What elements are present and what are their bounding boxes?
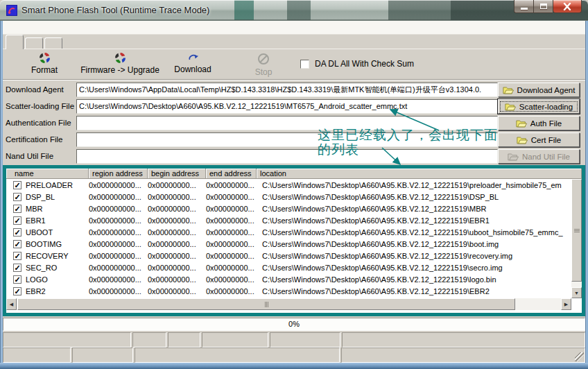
location-path: C:\Users\Windows7\Desktop\A660\A95.KB.V2…: [257, 205, 571, 213]
region-address: 0x000000000...: [89, 240, 148, 248]
vertical-scrollbar[interactable]: ▼: [571, 179, 582, 298]
title-bar[interactable]: Smart Phone Flash Tool (Runtime Trace Mo…: [0, 0, 588, 21]
table-row[interactable]: ✓ RECOVERY 0x000000000... 0x00000000... …: [6, 250, 571, 261]
close-icon: [563, 3, 571, 10]
region-address: 0x000000000...: [89, 181, 148, 189]
menu-item[interactable]: [8, 26, 22, 29]
folder-icon: [517, 136, 528, 144]
row-checkbox[interactable]: ✓: [13, 181, 21, 189]
partition-name: PRELOADER: [26, 181, 73, 189]
menu-bar: [3, 21, 585, 35]
firmware-upgrade-label: Firmware -> Upgrade: [80, 65, 159, 75]
column-header-region[interactable]: region address: [89, 169, 148, 178]
field-path-input[interactable]: C:\Users\Windows7\AppData\Local\Temp\HZ$…: [76, 83, 498, 97]
table-row[interactable]: ✓ SEC_RO 0x000000000... 0x00000000... 0x…: [6, 261, 571, 273]
browse-button[interactable]: Scatter-loading: [498, 99, 580, 114]
location-path: C:\Users\Windows7\Desktop\A660\A95.KB.V2…: [257, 228, 571, 237]
browse-button-label: Download Agent: [517, 86, 576, 94]
region-address: 0x000000000...: [89, 193, 148, 201]
table-row[interactable]: ✓ PRELOADER 0x000000000... 0x00000000...…: [6, 179, 571, 191]
menu-item[interactable]: [64, 26, 78, 29]
annotation-text: 这里已经载入了，会出现下面的列表: [318, 128, 499, 157]
format-button[interactable]: Format: [17, 53, 72, 75]
row-checkbox[interactable]: ✓: [13, 205, 21, 213]
browse-button[interactable]: Nand Util File: [498, 149, 580, 164]
minimize-button[interactable]: [514, 0, 533, 13]
table-header: name region address begin address end ad…: [6, 169, 582, 179]
row-checkbox[interactable]: ✓: [13, 240, 21, 248]
table-row[interactable]: ✓ MBR 0x000000000... 0x00000000... 0x000…: [6, 203, 571, 214]
browse-button[interactable]: Download Agent: [498, 83, 580, 97]
tab-page-edge: [3, 49, 585, 49]
browse-button-label: Nand Util File: [522, 153, 570, 161]
da-dl-checksum-checkbox[interactable]: [300, 60, 309, 69]
table-row[interactable]: ✓ LOGO 0x000000000... 0x00000000... 0x00…: [6, 273, 571, 285]
begin-address: 0x00000000...: [148, 240, 206, 248]
row-checkbox[interactable]: ✓: [13, 216, 21, 225]
folder-icon: [516, 119, 527, 128]
begin-address: 0x00000000...: [148, 205, 206, 213]
region-address: 0x000000000...: [89, 264, 148, 272]
horizontal-scrollbar-thumb[interactable]: [17, 298, 515, 310]
location-path: C:\Users\Windows7\Desktop\A660\A95.KB.V2…: [257, 216, 571, 225]
menu-item[interactable]: [22, 26, 36, 29]
row-checkbox[interactable]: ✓: [13, 275, 21, 284]
format-label: Format: [31, 65, 58, 75]
table-body: ✓ PRELOADER 0x000000000... 0x00000000...…: [6, 179, 571, 298]
partition-name: DSP_BL: [26, 193, 55, 201]
table-row[interactable]: ✓ DSP_BL 0x000000000... 0x00000000... 0x…: [6, 191, 571, 203]
scrollbar-grip-icon: [574, 230, 580, 231]
table-row[interactable]: ✓ EBR2 0x000000000... 0x00000000... 0x00…: [6, 285, 571, 297]
region-address: 0x000000000...: [89, 287, 148, 295]
field-label: Scatter-loading File: [6, 102, 76, 110]
status-bar: [3, 332, 585, 347]
table-row[interactable]: ✓ BOOTIMG 0x000000000... 0x00000000... 0…: [6, 238, 571, 250]
table-row[interactable]: ✓ EBR1 0x000000000... 0x00000000... 0x00…: [6, 214, 571, 226]
resize-grip-icon[interactable]: [575, 352, 584, 361]
row-checkbox[interactable]: ✓: [13, 287, 21, 295]
row-checkbox[interactable]: ✓: [13, 252, 21, 260]
column-header-name[interactable]: name: [6, 169, 89, 178]
column-header-begin[interactable]: begin address: [148, 169, 206, 178]
location-path: C:\Users\Windows7\Desktop\A660\A95.KB.V2…: [257, 181, 571, 189]
close-button[interactable]: [553, 0, 582, 13]
scroll-right-button[interactable]: ▶: [561, 298, 571, 310]
table-row[interactable]: ✓ UBOOT 0x000000000... 0x00000000... 0x0…: [6, 226, 571, 238]
field-label: Download Agent: [6, 85, 76, 94]
partition-name: EBR2: [26, 287, 46, 295]
end-address: 0x00000000...: [206, 240, 257, 248]
menu-item[interactable]: [50, 26, 64, 29]
row-checkbox[interactable]: ✓: [13, 264, 21, 272]
vertical-scrollbar-thumb[interactable]: [571, 179, 582, 282]
field-label: Certification File: [6, 135, 76, 144]
begin-address: 0x00000000...: [148, 264, 206, 272]
menu-item[interactable]: [36, 26, 50, 29]
field-path-input[interactable]: C:\Users\Windows7\Desktop\A660\A95.KB.V2…: [76, 99, 498, 114]
tab[interactable]: [25, 37, 43, 49]
download-curved-arrow-icon: [187, 53, 199, 62]
caption-buttons: [514, 0, 582, 13]
horizontal-scrollbar[interactable]: ◀ ▶: [6, 298, 571, 310]
partition-name: MBR: [26, 205, 42, 213]
scroll-down-button[interactable]: ▼: [571, 287, 582, 298]
tab[interactable]: [6, 35, 24, 49]
begin-address: 0x00000000...: [148, 193, 206, 201]
firmware-upgrade-button[interactable]: Firmware -> Upgrade: [75, 53, 165, 75]
browse-button[interactable]: Auth File: [498, 116, 580, 130]
format-pinwheel-icon: [40, 53, 50, 63]
browse-button-label: Scatter-loading: [519, 103, 573, 111]
tab-strip: [3, 35, 585, 49]
download-button[interactable]: Download: [165, 53, 220, 74]
maximize-button[interactable]: [533, 0, 553, 13]
column-header-location[interactable]: location: [257, 169, 582, 178]
row-checkbox[interactable]: ✓: [13, 228, 21, 237]
tab[interactable]: [44, 37, 62, 49]
app-icon: [6, 5, 17, 16]
end-address: 0x00000000...: [206, 275, 257, 284]
row-checkbox[interactable]: ✓: [13, 193, 21, 201]
status-cell: [342, 332, 585, 347]
scroll-left-button[interactable]: ◀: [6, 298, 17, 310]
browse-button[interactable]: Cert File: [498, 132, 580, 147]
column-header-end[interactable]: end address: [206, 169, 257, 178]
status-cell: [3, 332, 131, 347]
